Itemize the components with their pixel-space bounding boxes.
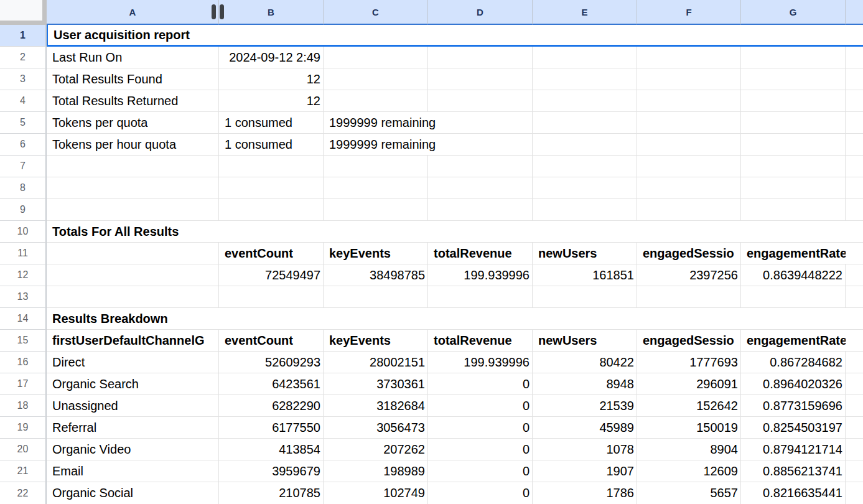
cell-f3[interactable] — [637, 68, 741, 90]
cell-c2[interactable] — [324, 47, 428, 68]
cell-g22[interactable]: 0.8216635441 — [741, 482, 846, 504]
row-header-3[interactable]: 3 — [0, 68, 47, 90]
column-header-b[interactable]: B — [219, 0, 324, 25]
cell-e17[interactable]: 8948 — [533, 373, 637, 395]
cell-a10[interactable]: Totals For All Results — [47, 221, 863, 243]
cell-a7[interactable] — [47, 156, 219, 177]
cell-b9[interactable] — [219, 199, 324, 221]
cell-d7[interactable] — [428, 156, 533, 177]
cell-e6[interactable] — [533, 134, 637, 156]
row-header-11[interactable]: 11 — [0, 243, 47, 264]
cell-c16[interactable]: 28002151 — [324, 352, 428, 373]
row-header-16[interactable]: 16 — [0, 352, 47, 373]
column-header-a[interactable]: A — [47, 0, 219, 25]
cell-g8[interactable] — [741, 177, 846, 199]
cell-a2[interactable]: Last Run On — [47, 47, 219, 68]
cell-e3[interactable] — [533, 68, 637, 90]
row-header-8[interactable]: 8 — [0, 177, 47, 199]
cell-d3[interactable] — [428, 68, 533, 90]
cell-h13[interactable] — [846, 286, 863, 308]
row-header-13[interactable]: 13 — [0, 286, 47, 308]
row-header-19[interactable]: 19 — [0, 417, 47, 439]
cell-d21[interactable]: 0 — [428, 460, 533, 482]
cell-f22[interactable]: 5657 — [637, 482, 741, 504]
cell-c20[interactable]: 207262 — [324, 439, 428, 460]
cell-g6[interactable] — [741, 134, 846, 156]
cell-g7[interactable] — [741, 156, 846, 177]
cell-h18[interactable] — [846, 395, 863, 417]
cell-e13[interactable] — [533, 286, 637, 308]
cell-f21[interactable]: 12609 — [637, 460, 741, 482]
cell-f7[interactable] — [637, 156, 741, 177]
cell-h11[interactable] — [846, 243, 863, 264]
cell-a15[interactable]: firstUserDefaultChannelG — [47, 330, 219, 352]
cell-a14[interactable]: Results Breakdown — [47, 308, 863, 330]
cell-f16[interactable]: 1777693 — [637, 352, 741, 373]
row-header-4[interactable]: 4 — [0, 90, 47, 112]
cell-d22[interactable]: 0 — [428, 482, 533, 504]
cell-b13[interactable] — [219, 286, 324, 308]
cell-b4[interactable]: 12 — [219, 90, 324, 112]
cell-c7[interactable] — [324, 156, 428, 177]
cell-b15[interactable]: eventCount — [219, 330, 324, 352]
cell-h5[interactable] — [846, 112, 863, 134]
row-header-15[interactable]: 15 — [0, 330, 47, 352]
row-header-14[interactable]: 14 — [0, 308, 47, 330]
cell-g20[interactable]: 0.8794121714 — [741, 439, 846, 460]
cell-d11[interactable]: totalRevenue — [428, 243, 533, 264]
cell-a6[interactable]: Tokens per hour quota — [47, 134, 219, 156]
row-header-2[interactable]: 2 — [0, 47, 47, 68]
cell-f5[interactable] — [637, 112, 741, 134]
cell-a9[interactable] — [47, 199, 219, 221]
cell-b22[interactable]: 210785 — [219, 482, 324, 504]
cell-e5[interactable] — [533, 112, 637, 134]
cell-a8[interactable] — [47, 177, 219, 199]
cell-e7[interactable] — [533, 156, 637, 177]
cell-h20[interactable] — [846, 439, 863, 460]
cell-d12[interactable]: 199.939996 — [428, 264, 533, 286]
row-header-9[interactable]: 9 — [0, 199, 47, 221]
cell-a17[interactable]: Organic Search — [47, 373, 219, 395]
cell-b5[interactable]: 1 consumed — [219, 112, 324, 134]
cell-c11[interactable]: keyEvents — [324, 243, 428, 264]
cell-e9[interactable] — [533, 199, 637, 221]
cell-b17[interactable]: 6423561 — [219, 373, 324, 395]
cell-a1[interactable]: User acquisition report — [47, 25, 863, 47]
cell-h17[interactable] — [846, 373, 863, 395]
cell-e20[interactable]: 1078 — [533, 439, 637, 460]
column-header-d[interactable]: D — [428, 0, 533, 25]
cell-h16[interactable] — [846, 352, 863, 373]
cell-a12[interactable] — [47, 264, 219, 286]
cell-f15[interactable]: engagedSessio — [637, 330, 741, 352]
cell-a19[interactable]: Referral — [47, 417, 219, 439]
cell-d9[interactable] — [428, 199, 533, 221]
cell-c13[interactable] — [324, 286, 428, 308]
cell-e15[interactable]: newUsers — [533, 330, 637, 352]
cell-c22[interactable]: 102749 — [324, 482, 428, 504]
cell-g11[interactable]: engagementRate — [741, 243, 846, 264]
cell-e22[interactable]: 1786 — [533, 482, 637, 504]
cell-a4[interactable]: Total Results Returned — [47, 90, 219, 112]
cell-b16[interactable]: 52609293 — [219, 352, 324, 373]
cell-d2[interactable] — [428, 47, 533, 68]
cell-f19[interactable]: 150019 — [637, 417, 741, 439]
cell-d16[interactable]: 199.939996 — [428, 352, 533, 373]
row-header-21[interactable]: 21 — [0, 460, 47, 482]
cell-e21[interactable]: 1907 — [533, 460, 637, 482]
cell-e18[interactable]: 21539 — [533, 395, 637, 417]
cell-e12[interactable]: 161851 — [533, 264, 637, 286]
cell-d13[interactable] — [428, 286, 533, 308]
cell-g19[interactable]: 0.8254503197 — [741, 417, 846, 439]
cell-f12[interactable]: 2397256 — [637, 264, 741, 286]
cell-b18[interactable]: 6282290 — [219, 395, 324, 417]
cell-h3[interactable] — [846, 68, 863, 90]
cell-h22[interactable] — [846, 482, 863, 504]
cell-d20[interactable]: 0 — [428, 439, 533, 460]
cell-g15[interactable]: engagementRate — [741, 330, 846, 352]
cell-h8[interactable] — [846, 177, 863, 199]
select-all-corner[interactable] — [0, 0, 47, 25]
cell-c6[interactable]: 1999999 remaining — [324, 134, 533, 156]
cell-h9[interactable] — [846, 199, 863, 221]
cell-c12[interactable]: 38498785 — [324, 264, 428, 286]
cell-h12[interactable] — [846, 264, 863, 286]
